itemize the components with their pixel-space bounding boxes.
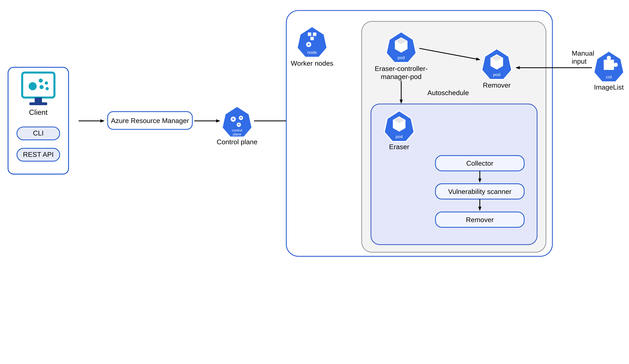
crd-heptagon: crd [594,51,624,82]
svg-rect-8 [29,102,47,105]
autoschedule-label: Autoschedule [427,89,469,97]
cli-label: CLI [33,129,44,137]
svg-point-13 [232,118,234,120]
svg-point-3 [39,79,43,83]
svg-rect-19 [308,33,311,36]
svg-point-15 [238,124,240,125]
svg-point-4 [39,85,43,89]
svg-rect-21 [310,37,314,40]
manual-input-line2: input [572,57,587,65]
svg-rect-7 [35,98,42,102]
svg-point-6 [45,87,49,90]
svg-text:pod: pod [398,55,405,60]
restapi-label: REST API [23,151,54,158]
pipeline: Collector Vulnerability scanner Remover [436,155,524,227]
svg-text:plane: plane [233,132,241,136]
svg-text:control: control [232,128,242,132]
svg-point-23 [308,44,310,45]
collector-label: Collector [466,159,493,167]
manual-input-line1: Manual [572,49,594,57]
arm-label: Azure Resource Manager [111,117,189,124]
architecture-diagram: Client CLI REST API Azure Resource Manag… [0,0,629,262]
control-plane-heptagon: control plane [222,106,252,137]
remover-label: Remover [483,81,511,89]
crd-label: ImageList [594,83,624,91]
svg-point-2 [29,82,37,90]
eraser-manager-label-line1: Eraser-controller- [375,65,428,72]
client-container: Client CLI REST API [8,67,69,174]
scanner-label: Vulnerability scanner [448,188,511,195]
svg-rect-20 [313,33,316,36]
eraser-label: Eraser [389,143,409,151]
control-plane-label: Control plane [217,138,258,146]
client-label: Client [29,108,48,116]
svg-text:pod: pod [396,134,403,139]
svg-text:node: node [307,50,317,55]
svg-text:crd: crd [606,75,612,79]
eraser-manager-label-line2: manager-pod [381,73,422,81]
svg-text:pod: pod [493,72,500,77]
svg-rect-1 [22,73,54,98]
svg-point-5 [45,81,48,85]
remover-pill-label: Remover [466,216,494,224]
svg-point-14 [240,117,242,119]
worker-nodes-label: Worker nodes [291,59,333,67]
